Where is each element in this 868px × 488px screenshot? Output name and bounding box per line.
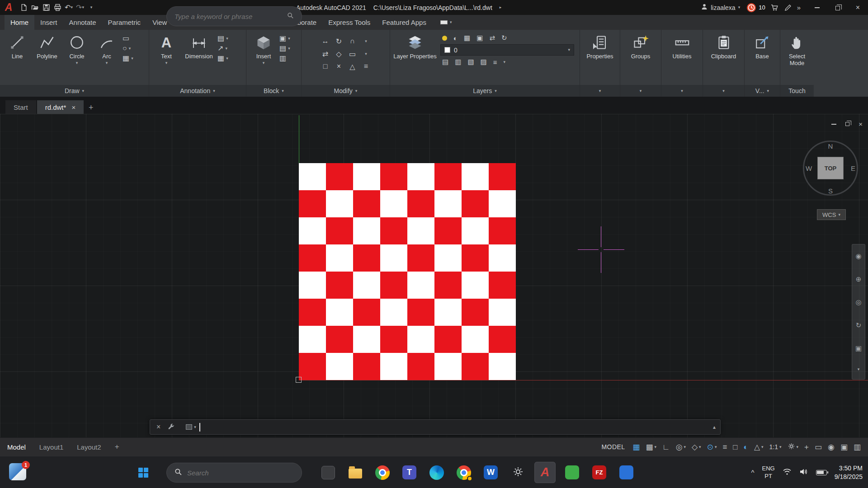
stretch-tool-button[interactable]: □ — [323, 62, 328, 70]
close-button[interactable]: × — [848, 0, 868, 15]
chevron-down-icon[interactable]: ▾ — [263, 61, 265, 65]
taskbar-app-chrome[interactable] — [372, 462, 393, 483]
viewcube-west[interactable]: W — [806, 164, 812, 172]
layer-on-bulb-icon[interactable] — [442, 36, 447, 41]
arc-button[interactable]: Arc ▾ — [92, 31, 122, 65]
viewcube-top-face[interactable]: TOP — [817, 157, 844, 179]
line-button[interactable]: Line — [2, 31, 32, 60]
scale-tool-button[interactable]: △ — [349, 62, 355, 71]
chevron-down-icon[interactable]: ▾ — [365, 39, 367, 43]
select-mode-button[interactable]: Select Mode — [783, 31, 811, 67]
chevron-down-icon[interactable]: ▾ — [738, 5, 741, 9]
taskbar-app-task-view[interactable] — [317, 462, 339, 483]
annotation-visibility-toggle[interactable]: ◐ — [744, 443, 748, 451]
help-search-field[interactable] — [166, 6, 302, 26]
wifi-icon[interactable] — [783, 468, 792, 477]
offset-tool-button[interactable]: ≡ — [364, 62, 368, 70]
chevron-down-icon[interactable]: ▾ — [797, 445, 799, 449]
dimension-button[interactable]: Dimension — [181, 31, 217, 60]
tab-annotate[interactable]: Annotate — [63, 15, 102, 30]
viewcube-north[interactable]: N — [828, 142, 833, 150]
clock[interactable]: 3:50 PM 9/18/2025 — [835, 464, 863, 480]
navigation-wheel-icon[interactable]: ◉ — [855, 252, 861, 260]
plot-button[interactable] — [52, 2, 63, 14]
chevron-down-icon[interactable]: ▾ — [106, 61, 108, 65]
block-panel-title[interactable]: Block▾ — [246, 85, 301, 97]
taskbar-search[interactable] — [166, 463, 302, 483]
tab-express-tools[interactable]: Express Tools — [322, 15, 376, 30]
polyline-button[interactable]: Polyline — [32, 31, 62, 60]
viewcube-south[interactable]: S — [828, 187, 833, 195]
taskbar-app-blue-tool[interactable] — [616, 462, 637, 483]
taskbar-app-settings[interactable] — [507, 462, 528, 483]
layers-panel-title[interactable]: Layers▾ — [390, 85, 580, 97]
close-tab-icon[interactable]: × — [71, 103, 75, 111]
leader-tool-button[interactable]: ↗▾ — [217, 45, 228, 52]
lineweight-toggle[interactable]: ≡ — [722, 443, 727, 451]
viewcube[interactable]: N S W E TOP — [799, 136, 862, 200]
more-toolbar-icon[interactable]: » — [797, 4, 801, 11]
chevron-down-icon[interactable]: ▾ — [71, 5, 73, 9]
chevron-down-icon[interactable]: ▾ — [654, 445, 656, 449]
model-space-indicator[interactable]: MODEL — [602, 443, 625, 450]
help-search-input[interactable] — [175, 13, 282, 20]
mirror-tool-button[interactable]: ⇄ — [322, 50, 328, 58]
isolate-objects-button[interactable]: ◉ — [828, 443, 835, 451]
command-line[interactable]: × ▾ ▴ — [150, 419, 721, 435]
text-button[interactable]: A Text ▾ — [151, 31, 181, 65]
zoom-icon[interactable]: ◎ — [855, 298, 861, 306]
layer-settings-icon[interactable]: ≡ — [493, 58, 497, 66]
annotation-panel-title[interactable]: Annotation▾ — [149, 85, 246, 97]
edit-block-button[interactable]: ▤▾ — [279, 45, 290, 52]
new-drawing-tab-button[interactable]: + — [85, 101, 97, 114]
origin-grip-marker[interactable] — [296, 377, 302, 383]
chevron-right-icon[interactable]: ▸ — [500, 5, 502, 9]
clean-screen-button[interactable]: ▥ — [854, 443, 861, 451]
new-file-button[interactable] — [18, 2, 29, 14]
restore-button[interactable] — [827, 0, 848, 15]
layout1-tab[interactable]: Layout1 — [39, 443, 63, 451]
layer-delete-icon[interactable]: ▨ — [481, 58, 487, 66]
save-button[interactable] — [41, 2, 52, 14]
viewport-restore-icon[interactable] — [845, 122, 849, 126]
viewport-close-icon[interactable]: × — [859, 120, 863, 128]
search-icon[interactable] — [287, 12, 294, 20]
block-attributes-button[interactable]: ▥ — [279, 55, 290, 62]
taskbar-app-edge[interactable] — [426, 462, 447, 483]
ellipse-tool-button[interactable]: ○▾ — [123, 45, 133, 52]
layer-previous-icon[interactable]: ↻ — [501, 34, 507, 42]
chevron-down-icon[interactable]: ▾ — [82, 5, 84, 9]
undo-button[interactable]: ↶▾ — [63, 2, 74, 14]
tab-home[interactable]: Home — [5, 15, 34, 30]
dynamic-input-toggle[interactable]: □ — [733, 443, 737, 451]
widgets-button[interactable]: 1 — [9, 463, 28, 482]
autoscale-toggle[interactable]: △▾ — [754, 443, 764, 451]
layer-walk-icon[interactable]: ▥ — [455, 58, 461, 66]
quick-properties-toggle[interactable]: ▭ — [815, 443, 822, 451]
chevron-down-icon[interactable]: ▾ — [779, 445, 782, 449]
orbit-icon[interactable]: ↻ — [856, 321, 862, 329]
drawing-canvas[interactable]: × N S W E TOP WCS ▾ ◉ ⊕ ◎ ↻ ▣ ▾ × — [0, 114, 868, 437]
layout2-tab[interactable]: Layout2 — [77, 443, 101, 451]
showmotion-icon[interactable]: ▣ — [855, 344, 862, 352]
volume-icon[interactable] — [799, 468, 808, 477]
properties-panel-title[interactable]: ▾ — [580, 85, 620, 97]
file-tab-drawing[interactable]: rd.dwt* × — [37, 100, 84, 114]
file-tab-start[interactable]: Start — [5, 100, 36, 114]
ribbon-display-toggle[interactable]: ▾ — [440, 15, 452, 30]
tab-featured-apps[interactable]: Featured Apps — [376, 15, 432, 30]
layer-lock-icon[interactable]: ▦ — [464, 34, 470, 42]
polar-tracking-toggle[interactable]: ◎▾ — [676, 443, 686, 451]
taskbar-app-filezilla[interactable]: FZ — [589, 462, 610, 483]
trim-tool-button[interactable]: ∩ — [350, 37, 355, 45]
layer-dropdown[interactable]: 0 ▾ — [440, 44, 574, 56]
annotation-monitor-toggle[interactable]: + — [804, 443, 809, 451]
chevron-down-icon[interactable]: ▾ — [858, 367, 860, 371]
open-file-button[interactable] — [29, 2, 40, 14]
chevron-down-icon[interactable]: ▾ — [76, 61, 78, 65]
hatch-tool-button[interactable]: ▦▾ — [123, 55, 133, 62]
layer-freeze-icon[interactable]: ◐ — [453, 34, 458, 42]
trial-countdown-badge[interactable]: 10 — [746, 3, 765, 13]
chevron-down-icon[interactable]: ▾ — [761, 445, 764, 449]
feedback-pencil-icon[interactable] — [784, 4, 792, 11]
